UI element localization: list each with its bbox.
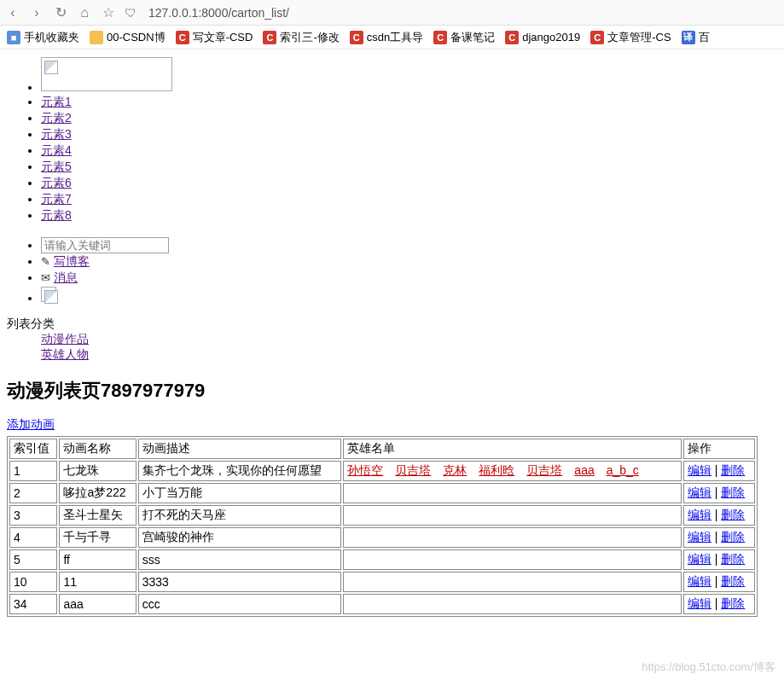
table-cell: 10 <box>9 572 57 592</box>
add-anime-link[interactable]: 添加动画 <box>7 417 55 431</box>
messages-link[interactable]: 消息 <box>54 270 78 284</box>
write-blog-link[interactable]: 写博客 <box>54 254 90 268</box>
hero-link[interactable]: 贝吉塔 <box>526 463 562 477</box>
bookmark-item[interactable]: ■手机收藏夹 <box>7 30 79 45</box>
broken-image-icon <box>41 57 172 91</box>
delete-link[interactable]: 删除 <box>721 530 745 543</box>
nav-items: 元素1元素2元素3元素4元素5元素6元素7元素8 <box>7 95 777 224</box>
nav-item: 元素1 <box>41 95 777 110</box>
back-button[interactable]: ‹ <box>5 5 20 20</box>
edit-link[interactable]: 编辑 <box>688 574 711 588</box>
table-cell: 3 <box>9 505 57 526</box>
op-separator: | <box>711 596 721 610</box>
hero-link[interactable]: 福利晗 <box>479 463 514 477</box>
bookmark-item[interactable]: C备课笔记 <box>433 30 495 45</box>
ops-cell: 编辑 | 删除 <box>683 461 755 481</box>
table-cell: 4 <box>9 527 57 548</box>
favorite-button[interactable]: ☆ <box>101 4 116 20</box>
shield-icon: 🛡 <box>125 6 136 20</box>
edit-link[interactable]: 编辑 <box>688 485 711 499</box>
table-row: 10113333编辑 | 删除 <box>9 572 755 592</box>
delete-link[interactable]: 删除 <box>721 485 745 499</box>
table-row: 1七龙珠集齐七个龙珠，实现你的任何愿望孙悟空贝吉塔克林福利晗贝吉塔aaaa_b_… <box>9 461 755 481</box>
search-item <box>41 237 777 253</box>
category-title: 列表分类 <box>7 317 777 332</box>
heroes-cell <box>343 594 682 614</box>
op-separator: | <box>711 463 721 477</box>
bookmark-icon: C <box>263 31 276 44</box>
edit-link[interactable]: 编辑 <box>688 596 711 610</box>
hero-link[interactable]: 克林 <box>443 463 467 477</box>
table-cell: 集齐七个龙珠，实现你的任何愿望 <box>138 461 342 481</box>
op-separator: | <box>711 552 721 566</box>
edit-link[interactable]: 编辑 <box>688 463 711 477</box>
forward-button[interactable]: › <box>29 5 44 20</box>
nav-link[interactable]: 元素8 <box>41 208 72 222</box>
nav-item: 元素8 <box>41 208 777 224</box>
ops-cell: 编辑 | 删除 <box>683 483 755 503</box>
bookmark-item[interactable]: C索引三-修改 <box>263 30 339 45</box>
edit-link[interactable]: 编辑 <box>688 530 711 543</box>
category-link[interactable]: 英雄人物 <box>41 347 89 363</box>
nav-link[interactable]: 元素4 <box>41 143 72 157</box>
bookmark-label: 索引三-修改 <box>280 30 339 45</box>
reload-button[interactable]: ↻ <box>53 4 68 20</box>
table-cell: ccc <box>138 594 342 614</box>
bookmark-item[interactable]: Ccsdn工具导 <box>350 30 423 45</box>
table-cell: 3333 <box>138 572 342 592</box>
table-cell: 宫崎骏的神作 <box>138 527 342 548</box>
bookmark-label: 文章管理-CS <box>607 30 671 45</box>
table-cell: aaa <box>59 594 136 614</box>
nav-link[interactable]: 元素7 <box>41 192 72 206</box>
heroes-cell <box>343 505 682 526</box>
home-button[interactable]: ⌂ <box>77 5 92 20</box>
table-row: 4千与千寻宫崎骏的神作编辑 | 删除 <box>9 527 755 548</box>
bookmark-item[interactable]: Cdjango2019 <box>505 31 580 44</box>
delete-link[interactable]: 删除 <box>721 574 745 588</box>
delete-link[interactable]: 删除 <box>721 508 745 521</box>
delete-link[interactable]: 删除 <box>721 596 745 610</box>
ops-cell: 编辑 | 删除 <box>683 549 755 570</box>
hero-link[interactable]: a_b_c <box>607 463 639 477</box>
table-cell: 2 <box>9 483 57 503</box>
nav-item: 元素4 <box>41 143 777 159</box>
bookmark-icon: C <box>176 31 189 44</box>
table-cell: 小丁当万能 <box>138 483 342 503</box>
bookmark-icon: C <box>590 31 604 44</box>
search-input[interactable] <box>41 237 169 253</box>
address-bar[interactable]: 127.0.0.1:8000/carton_list/ <box>145 6 779 20</box>
bookmark-label: 百 <box>699 30 710 45</box>
table-cell: 七龙珠 <box>59 461 136 481</box>
bookmark-item[interactable]: 00-CSDN博 <box>90 30 166 45</box>
ops-cell: 编辑 | 删除 <box>683 527 755 548</box>
broken-image-item <box>41 57 777 94</box>
table-row: 2哆拉a梦222小丁当万能编辑 | 删除 <box>9 483 755 503</box>
nav-link[interactable]: 元素3 <box>41 127 72 141</box>
bookmark-icon: 译 <box>682 31 695 44</box>
table-cell: 打不死的天马座 <box>138 505 342 526</box>
edit-link[interactable]: 编辑 <box>688 508 711 521</box>
ops-cell: 编辑 | 删除 <box>683 505 755 526</box>
edit-link[interactable]: 编辑 <box>688 552 711 566</box>
hero-link[interactable]: 孙悟空 <box>347 463 383 477</box>
delete-link[interactable]: 删除 <box>721 552 745 566</box>
bookmark-item[interactable]: C文章管理-CS <box>590 30 671 45</box>
delete-link[interactable]: 删除 <box>721 463 745 477</box>
table-row: 34aaaccc编辑 | 删除 <box>9 594 755 614</box>
category-link[interactable]: 动漫作品 <box>41 332 89 347</box>
bookmark-item[interactable]: 译百 <box>682 30 710 45</box>
nav-link[interactable]: 元素1 <box>41 95 72 108</box>
category-list: 动漫作品英雄人物 <box>7 332 777 363</box>
bookmark-label: 备课笔记 <box>450 30 495 45</box>
hero-link[interactable]: 贝吉塔 <box>395 463 431 477</box>
table-cell: 11 <box>59 572 136 592</box>
op-separator: | <box>711 485 721 499</box>
bookmark-item[interactable]: C写文章-CSD <box>176 30 253 45</box>
table-header-cell: 索引值 <box>9 439 57 459</box>
nav-link[interactable]: 元素2 <box>41 111 72 125</box>
ops-cell: 编辑 | 删除 <box>683 572 755 592</box>
nav-link[interactable]: 元素5 <box>41 160 72 173</box>
hero-link[interactable]: aaa <box>574 463 594 477</box>
nav-link[interactable]: 元素6 <box>41 176 72 189</box>
bookmark-label: 00-CSDN博 <box>107 30 166 45</box>
